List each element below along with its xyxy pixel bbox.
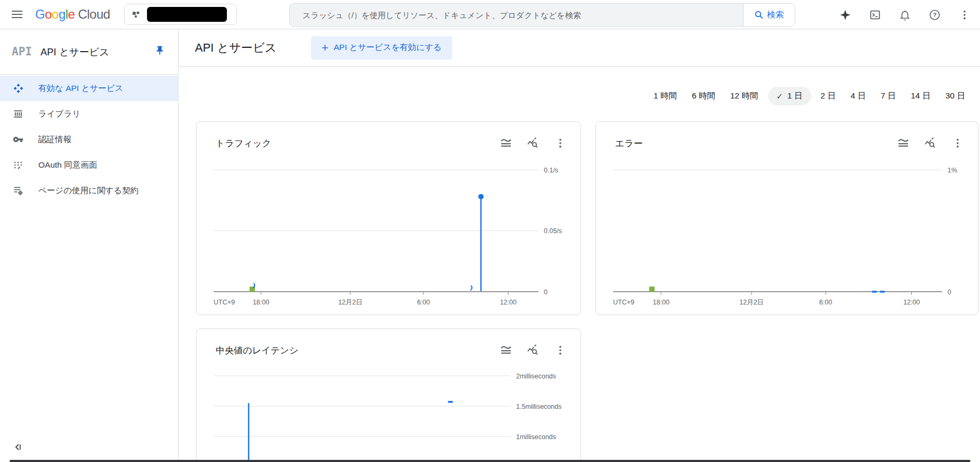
sidebar-header: API API とサービス <box>0 29 178 75</box>
svg-text:18:00: 18:00 <box>653 299 669 306</box>
plus-icon: + <box>322 42 329 54</box>
time-range-14日[interactable]: 14 日 <box>905 87 936 105</box>
svg-text:2milliseconds: 2milliseconds <box>516 373 556 380</box>
sidebar: API API とサービス 有効な API とサービス <box>0 29 178 462</box>
svg-text:12:00: 12:00 <box>903 299 920 306</box>
window-bottom-edge <box>10 460 970 462</box>
time-range-selector: 1 時間6 時間12 時間✓1 日2 日4 日7 日14 日30 日 <box>648 87 970 105</box>
gemini-sparkle-icon[interactable] <box>838 8 852 22</box>
card-header: エラー <box>615 137 964 150</box>
svg-text:18:00: 18:00 <box>252 299 269 306</box>
sidebar-title: API とサービス <box>40 45 109 59</box>
svg-text:0.05/s: 0.05/s <box>544 227 562 235</box>
topbar-actions: ? <box>838 0 971 29</box>
card-header: トラフィック <box>216 137 567 150</box>
list-gear-icon <box>12 184 24 197</box>
sidebar-item-label: 認証情報 <box>38 134 71 145</box>
project-name-redacted <box>147 7 227 22</box>
time-range-2日[interactable]: 2 日 <box>815 87 841 105</box>
svg-text:1milliseconds: 1milliseconds <box>516 433 556 441</box>
metrics-explorer-icon[interactable] <box>527 137 540 150</box>
sidebar-item-label: ページの使用に関する契約 <box>38 185 138 196</box>
more-vert-icon[interactable] <box>554 137 567 150</box>
sidebar-item-oauth-consent[interactable]: OAuth 同意画面 <box>0 152 178 178</box>
chart-title: トラフィック <box>216 137 271 150</box>
svg-text:0: 0 <box>948 288 951 296</box>
page-title: API とサービス <box>195 40 277 56</box>
more-vert-icon[interactable] <box>951 137 964 150</box>
more-vert-icon[interactable] <box>554 344 567 357</box>
svg-text:UTC+9: UTC+9 <box>613 299 634 306</box>
sidebar-item-label: OAuth 同意画面 <box>38 160 97 171</box>
svg-text:UTC+9: UTC+9 <box>214 299 235 306</box>
svg-text:12:00: 12:00 <box>500 299 517 306</box>
search-button[interactable]: 検索 <box>743 4 795 26</box>
median-latency-chart[interactable]: 2milliseconds1.5milliseconds1millisecond… <box>214 367 581 462</box>
project-selector[interactable] <box>124 4 237 25</box>
svg-text:1.5milliseconds: 1.5milliseconds <box>516 403 561 410</box>
svg-text:12月2日: 12月2日 <box>338 299 363 306</box>
svg-text:6:00: 6:00 <box>819 299 832 306</box>
main-content: API とサービス + API とサービスを有効にする 1 時間6 時間12 時… <box>178 29 980 462</box>
time-range-30日[interactable]: 30 日 <box>940 87 970 105</box>
library-icon <box>12 108 24 120</box>
pin-icon[interactable] <box>154 45 165 58</box>
check-icon: ✓ <box>777 92 783 101</box>
chart-mode-icon[interactable] <box>500 137 512 150</box>
search-input[interactable] <box>290 4 743 26</box>
collapse-sidebar-icon[interactable] <box>11 440 26 455</box>
time-range-4日[interactable]: 4 日 <box>845 87 871 105</box>
sidebar-item-credentials[interactable]: 認証情報 <box>0 127 178 152</box>
project-icon <box>131 9 142 20</box>
errors-chart[interactable]: 1%018:0012月2日6:0012:00UTC+9 <box>613 160 975 312</box>
time-range-7日[interactable]: 7 日 <box>875 87 901 105</box>
enable-apis-button-label: API とサービスを有効にする <box>334 42 442 53</box>
chart-mode-icon[interactable] <box>500 344 512 357</box>
top-navigation-bar: Google Cloud 検索 <box>0 0 980 29</box>
chart-title: エラー <box>615 137 643 150</box>
sidebar-item-label: ライブラリ <box>38 109 80 120</box>
chart-card-median-latency: 中央値のレイテンシ <box>196 328 581 462</box>
metrics-explorer-icon[interactable] <box>924 137 937 150</box>
cloud-logo-word: Cloud <box>78 7 110 22</box>
google-logo-word: Google <box>35 7 75 22</box>
sidebar-item-enabled-apis[interactable]: 有効な API とサービス <box>0 76 178 101</box>
enable-apis-button[interactable]: + API とサービスを有効にする <box>311 36 453 60</box>
more-options-icon[interactable] <box>958 8 971 22</box>
enabled-apis-icon <box>12 82 24 95</box>
sidebar-item-page-usage-agreements[interactable]: ページの使用に関する契約 <box>0 178 178 203</box>
svg-text:6:00: 6:00 <box>417 299 430 306</box>
search-icon <box>754 10 764 20</box>
svg-text:12月2日: 12月2日 <box>739 299 764 306</box>
sidebar-menu: 有効な API とサービス ライブラリ <box>0 75 178 203</box>
key-icon <box>12 133 24 146</box>
google-cloud-logo[interactable]: Google Cloud <box>35 7 110 22</box>
time-range-12時間[interactable]: 12 時間 <box>725 87 764 105</box>
help-icon[interactable]: ? <box>928 8 942 22</box>
cloud-shell-icon[interactable] <box>868 8 882 22</box>
chart-title: 中央値のレイテンシ <box>216 344 298 357</box>
svg-text:?: ? <box>933 12 937 18</box>
hamburger-menu-icon[interactable] <box>10 7 24 22</box>
chart-mode-icon[interactable] <box>897 137 910 150</box>
gcp-console-page: Google Cloud 検索 <box>0 0 980 462</box>
global-search-bar: 検索 <box>289 3 795 27</box>
chart-card-traffic: トラフィック <box>196 121 581 315</box>
time-range-6時間[interactable]: 6 時間 <box>687 87 721 105</box>
sidebar-item-label: 有効な API とサービス <box>38 83 123 94</box>
metrics-explorer-icon[interactable] <box>527 344 540 357</box>
traffic-chart[interactable]: 0.1/s0.05/s018:0012月2日6:0012:00UTC+9 <box>214 160 581 312</box>
notifications-bell-icon[interactable] <box>898 8 912 22</box>
page-header: API とサービス + API とサービスを有効にする <box>178 29 980 67</box>
svg-text:0: 0 <box>544 288 548 296</box>
svg-text:1%: 1% <box>948 167 957 174</box>
chart-card-errors: エラー <box>595 121 978 315</box>
time-range-1日[interactable]: ✓1 日 <box>768 87 811 105</box>
time-range-1時間[interactable]: 1 時間 <box>648 87 682 105</box>
search-button-label: 検索 <box>767 10 784 21</box>
sidebar-item-library[interactable]: ライブラリ <box>0 101 178 127</box>
oauth-consent-icon <box>12 159 24 171</box>
api-product-icon: API <box>12 45 32 58</box>
svg-text:0.1/s: 0.1/s <box>544 167 558 174</box>
card-header: 中央値のレイテンシ <box>216 344 567 357</box>
